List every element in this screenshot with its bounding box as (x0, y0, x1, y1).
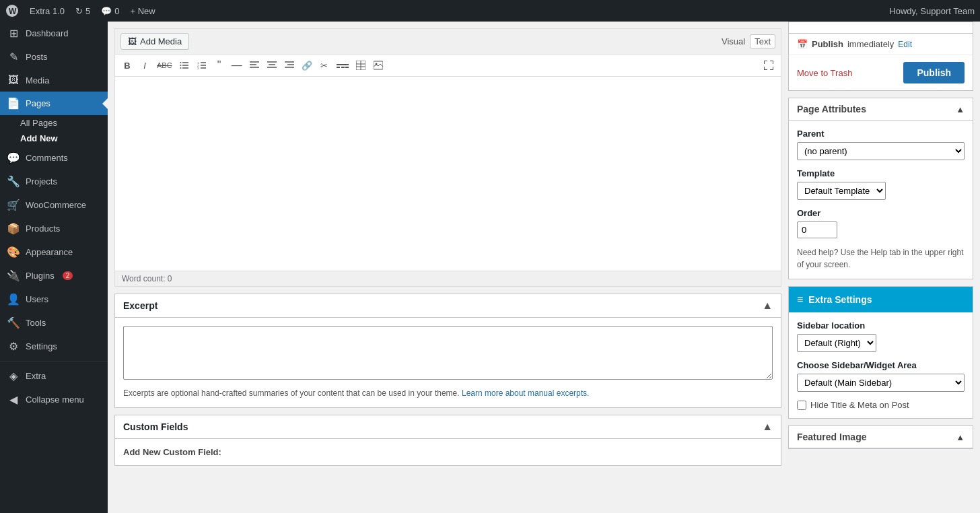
toolbar-expand[interactable] (761, 59, 777, 72)
toolbar-ordered-list[interactable]: 1.2.3. (194, 59, 210, 72)
extra-settings-header: ≡ Extra Settings (789, 287, 973, 312)
toolbar-align-right[interactable] (281, 59, 298, 72)
publish-button[interactable]: Publish (903, 62, 965, 83)
svg-rect-25 (341, 67, 345, 68)
publish-edit-link[interactable]: Edit (898, 40, 912, 49)
comments-count[interactable]: 💬 0 (101, 6, 119, 16)
svg-point-6 (180, 65, 181, 66)
custom-fields-toggle[interactable]: ▲ (762, 421, 773, 433)
sidebar-sub-all-pages[interactable]: All Pages (0, 115, 108, 131)
sidebar-item-users[interactable]: 👤 Users (0, 287, 108, 311)
custom-fields-header[interactable]: Custom Fields ▲ (115, 415, 781, 439)
custom-fields-section: Custom Fields ▲ Add New Custom Field: (114, 415, 781, 466)
excerpt-title: Excerpt (123, 300, 158, 311)
toolbar-blockquote[interactable]: " (211, 57, 228, 73)
sidebar-item-dashboard[interactable]: ⊞ Dashboard (0, 22, 108, 45)
projects-icon: 🔧 (7, 175, 20, 188)
new-button[interactable]: + New (131, 6, 155, 16)
page-attributes-title: Page Attributes (797, 104, 866, 114)
howdy-text: Howdy, Support Team (889, 6, 975, 16)
hide-title-label[interactable]: Hide Title & Meta on Post (810, 400, 909, 410)
toolbar-hr[interactable]: — (229, 57, 245, 73)
sidebar-sub-add-new[interactable]: Add New (0, 131, 108, 146)
wp-logo[interactable]: W (5, 4, 19, 18)
sidebar-item-plugins[interactable]: 🔌 Plugins 2 (0, 264, 108, 287)
excerpt-section: Excerpt ▲ Excerpts are optional hand-cra… (114, 294, 781, 408)
sidebar-item-media[interactable]: 🖼 Media (0, 69, 108, 92)
updates-count[interactable]: ↻ 5 (75, 6, 90, 16)
sidebar-item-tools[interactable]: 🔨 Tools (0, 311, 108, 335)
parent-select[interactable]: (no parent)HomeAbout (797, 142, 965, 160)
move-to-trash-link[interactable]: Move to Trash (797, 68, 852, 78)
posts-icon: ✎ (7, 50, 20, 63)
sidebar-item-extra[interactable]: ◈ Extra (0, 364, 108, 388)
toolbar-strikethrough[interactable]: ABC (154, 59, 175, 71)
parent-group: Parent (no parent)HomeAbout (797, 129, 965, 160)
add-media-button[interactable]: 🖼 Add Media (120, 33, 189, 50)
sidebar-item-appearance[interactable]: 🎨 Appearance (0, 240, 108, 264)
editor-body[interactable] (114, 76, 781, 271)
order-input[interactable]: 0 (797, 221, 837, 238)
tools-icon: 🔨 (7, 316, 20, 329)
excerpt-header[interactable]: Excerpt ▲ (115, 294, 781, 318)
users-icon: 👤 (7, 293, 20, 306)
order-group: Order 0 (797, 208, 965, 238)
toolbar-image[interactable] (370, 59, 386, 72)
hide-title-checkbox[interactable] (797, 401, 806, 410)
pages-icon: 📄 (7, 97, 20, 110)
sidebar-item-projects[interactable]: 🔧 Projects (0, 170, 108, 193)
svg-text:3.: 3. (197, 67, 199, 70)
sidebar-location-label: Sidebar location (797, 320, 965, 331)
tab-text[interactable]: Text (750, 34, 775, 48)
excerpt-toggle[interactable]: ▲ (762, 300, 773, 312)
svg-rect-24 (337, 67, 340, 68)
toolbar-unordered-list[interactable] (176, 59, 193, 72)
extra-settings-title: Extra Settings (808, 294, 872, 305)
excerpt-help: Excerpts are optional hand-crafted summa… (123, 387, 773, 399)
toolbar-bold[interactable]: B (119, 59, 135, 73)
sidebar-item-posts[interactable]: ✎ Posts (0, 45, 108, 69)
parent-label: Parent (797, 129, 965, 139)
sidebar-item-products[interactable]: 📦 Products (0, 217, 108, 240)
choose-sidebar-select[interactable]: Default (Main Sidebar)Secondary Sidebar (797, 374, 965, 392)
extra-icon: ◈ (7, 370, 20, 382)
toolbar-align-center[interactable] (264, 59, 280, 72)
collapse-menu[interactable]: ◀ Collapse menu (0, 388, 108, 411)
page-attributes-header[interactable]: Page Attributes ▲ (789, 98, 973, 121)
toolbar-link[interactable]: 🔗 (299, 59, 315, 73)
sidebar-location-select[interactable]: Default (Right)LeftNone (797, 334, 876, 352)
top-bar: W Extra 1.0 ↻ 5 💬 0 + New Howdy, Support… (0, 0, 980, 22)
excerpt-body: Excerpts are optional hand-crafted summa… (115, 318, 781, 407)
toolbar-italic[interactable]: I (137, 59, 153, 73)
choose-sidebar-label: Choose Sidebar/Widget Area (797, 360, 965, 370)
toolbar-align-left[interactable] (246, 59, 262, 72)
featured-image-toggle[interactable]: ▲ (956, 432, 965, 442)
publish-panel: 📅 Publish immediately Edit Move to Trash… (788, 22, 973, 91)
featured-image-title: Featured Image (797, 432, 866, 442)
comments-icon: 💬 (7, 151, 20, 164)
sidebar-divider (0, 361, 108, 362)
page-attributes-toggle[interactable]: ▲ (956, 104, 965, 114)
sidebar-item-settings[interactable]: ⚙ Settings (0, 335, 108, 358)
toolbar-table[interactable] (353, 59, 369, 72)
word-count: Word count: 0 (114, 271, 781, 287)
template-label: Template (797, 168, 965, 178)
calendar-icon: 📅 (797, 39, 808, 49)
publish-panel-header (789, 22, 973, 34)
sidebar-item-woocommerce[interactable]: 🛒 WooCommerce (0, 193, 108, 217)
excerpt-learn-more[interactable]: Learn more about manual excerpts. (462, 388, 589, 398)
sidebar-item-comments[interactable]: 💬 Comments (0, 146, 108, 170)
toolbar-unlink[interactable]: ✂ (316, 59, 332, 73)
site-name[interactable]: Extra 1.0 (30, 6, 65, 16)
page-attributes-body: Parent (no parent)HomeAbout Template Def… (789, 121, 973, 279)
template-select[interactable]: Default TemplateFull WidthBlank (797, 182, 886, 200)
featured-image-header[interactable]: Featured Image ▲ (789, 426, 973, 448)
add-media-icon: 🖼 (128, 36, 137, 46)
toolbar-insert-more[interactable] (334, 59, 351, 72)
add-custom-field-label: Add New Custom Field: (123, 447, 773, 457)
excerpt-textarea[interactable] (123, 326, 773, 380)
publish-actions: Move to Trash Publish (789, 55, 973, 90)
tab-visual[interactable]: Visual (717, 34, 750, 48)
svg-rect-26 (345, 67, 349, 68)
sidebar-item-pages[interactable]: 📄 Pages (0, 92, 108, 115)
